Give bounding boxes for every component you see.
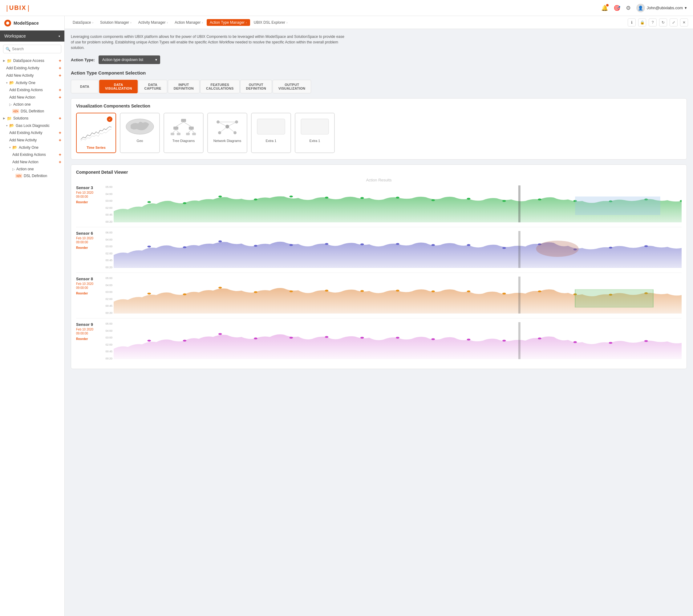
breadcrumb-solution-manager[interactable]: Solution Manager ›: [97, 19, 135, 26]
svg-line-7: [173, 130, 176, 133]
svg-point-79: [147, 340, 151, 342]
action-results-label: Action Results: [76, 178, 681, 182]
time-series-thumbnail: [81, 123, 112, 143]
svg-point-84: [325, 336, 329, 338]
sensor-reorder-6[interactable]: Reorder: [76, 246, 104, 250]
breadcrumb-label: DataSpace: [73, 20, 91, 25]
breadcrumb-action-manager[interactable]: Action Manager ›: [172, 19, 206, 26]
sidebar-item-action-one-2[interactable]: ▷ Action one: [0, 166, 64, 173]
svg-rect-26: [301, 119, 329, 134]
viz-card-time-series[interactable]: ✓ Time Series: [76, 113, 116, 153]
settings-icon[interactable]: ⚙: [626, 5, 631, 12]
add-button[interactable]: +: [59, 138, 61, 143]
viz-card-geo[interactable]: Geo: [120, 113, 160, 153]
sidebar-item-add-existing-actions-1[interactable]: Add Existing Actions +: [0, 86, 64, 94]
sidebar-item-add-new-activity-2[interactable]: Add New Activity +: [0, 136, 64, 144]
add-button[interactable]: +: [59, 95, 61, 100]
sidebar: ModelSpace Workspace ▾ 🔍 ▶ 📁 DataSpace A…: [0, 16, 65, 616]
add-button[interactable]: +: [59, 73, 61, 78]
breadcrumb-activity-manager[interactable]: Activity Manager ›: [135, 19, 171, 26]
item-label: DataSpace Access: [13, 59, 44, 63]
action-icon: ▷: [9, 103, 12, 106]
viz-card-extra1b[interactable]: Extra 1: [295, 113, 335, 153]
tab-input-definition[interactable]: INPUTDEFINITION: [168, 80, 200, 93]
sidebar-item-dataspace-access[interactable]: ▶ 📁 DataSpace Access +: [0, 57, 64, 64]
sidebar-item-action-one-1[interactable]: ▷ Action one: [0, 101, 64, 108]
add-button[interactable]: +: [59, 87, 61, 93]
tab-data-visualization[interactable]: DATAVISUALIZATION: [99, 80, 138, 93]
sidebar-item-dsl-2[interactable]: </> DSL Definition: [0, 173, 64, 179]
user-menu[interactable]: 👤 John@ubixlabs.com ▾: [636, 4, 687, 12]
target-icon[interactable]: 🎯: [614, 5, 620, 12]
top-nav: | UBIX | 🔔 🎯 ⚙ 👤 John@ubixlabs.com ▾: [0, 0, 693, 16]
add-button[interactable]: +: [59, 160, 61, 164]
sidebar-item-activity-one-2[interactable]: ▾ 📂 Activity One: [0, 144, 64, 151]
tab-output-visualization[interactable]: OUTPUTVISUALIZATION: [273, 80, 311, 93]
selected-check: ✓: [107, 116, 113, 122]
add-button[interactable]: +: [59, 116, 61, 121]
dsl-icon: </>: [12, 109, 19, 113]
sidebar-item-add-existing-activity-2[interactable]: Add Existing Activity +: [0, 129, 64, 136]
item-label: Action one: [16, 167, 34, 171]
svg-rect-2: [181, 119, 186, 122]
breadcrumb-dsl-explorer[interactable]: UBIX DSL Explorer ›: [251, 19, 291, 26]
svg-point-33: [360, 197, 364, 199]
sidebar-item-dsl-1[interactable]: </> DSL Definition: [0, 108, 64, 115]
expand-button[interactable]: ⤢: [670, 19, 678, 26]
sidebar-item-add-existing-activity-1[interactable]: Add Existing Activity +: [0, 64, 64, 72]
breadcrumb-nav: DataSpace › Solution Manager › Activity …: [65, 16, 693, 29]
viz-card-network[interactable]: Network Diagrams: [207, 113, 247, 153]
svg-point-35: [431, 199, 435, 201]
sensor-reorder-9[interactable]: Reorder: [76, 337, 104, 341]
sidebar-item-add-new-action-1[interactable]: Add New Action +: [0, 94, 64, 101]
tab-features-calculations[interactable]: FEATURESCALCULATIONS: [200, 80, 240, 93]
sensor-date-6: Feb 10 202009:00:00: [76, 236, 104, 244]
sidebar-item-solutions[interactable]: ▶ 📁 Solutions +: [0, 115, 64, 122]
svg-rect-77: [575, 290, 653, 307]
close-button[interactable]: ✕: [680, 19, 688, 26]
sidebar-item-gas-lock[interactable]: ▾ 📂 Gas Lock Diagnostic: [0, 122, 64, 129]
add-button[interactable]: +: [59, 152, 61, 157]
lock-button[interactable]: 🔒: [638, 19, 646, 26]
sidebar-item-activity-one-1[interactable]: ▾ 📂 Activity One: [0, 79, 64, 86]
breadcrumb-dataspace[interactable]: DataSpace ›: [70, 19, 96, 26]
svg-point-82: [254, 338, 257, 339]
user-avatar: 👤: [636, 4, 645, 12]
add-button[interactable]: +: [59, 58, 61, 63]
item-label: Add Existing Actions: [9, 88, 43, 92]
sensor-info-6: Sensor 6 Feb 10 202009:00:00 Reorder: [76, 231, 104, 269]
svg-point-32: [325, 197, 329, 199]
svg-point-52: [396, 243, 399, 245]
svg-point-34: [396, 197, 399, 199]
search-input[interactable]: [3, 45, 61, 53]
svg-line-8: [176, 130, 179, 133]
tab-data[interactable]: DATA: [71, 80, 99, 93]
sensor-reorder-3[interactable]: Reorder: [76, 200, 104, 204]
tab-data-capture[interactable]: DATACAPTURE: [138, 80, 167, 93]
breadcrumb-label: Action Type Manager: [210, 20, 244, 25]
refresh-button[interactable]: ↻: [659, 19, 667, 26]
item-label: Add New Action: [9, 95, 35, 99]
svg-rect-43: [518, 185, 520, 222]
viz-card-extra1[interactable]: Extra 1: [251, 113, 291, 153]
sidebar-item-add-existing-actions-2[interactable]: Add Existing Actions +: [0, 151, 64, 158]
bell-icon[interactable]: 🔔: [601, 5, 608, 12]
help-button[interactable]: ?: [649, 19, 657, 26]
svg-line-4: [183, 122, 191, 126]
breadcrumb-action-type-manager[interactable]: Action Type Manager ›: [207, 19, 250, 26]
info-button[interactable]: ℹ: [628, 19, 636, 26]
sidebar-item-add-new-activity-1[interactable]: Add New Activity +: [0, 72, 64, 79]
svg-point-37: [502, 200, 506, 202]
sensor-reorder-8[interactable]: Reorder: [76, 292, 104, 295]
action-type-dropdown[interactable]: Action type dropdown list: [99, 56, 160, 64]
svg-point-46: [183, 246, 187, 248]
add-button[interactable]: +: [59, 66, 61, 71]
add-button[interactable]: +: [59, 130, 61, 135]
chart-canvas-3: [114, 185, 681, 223]
viz-card-tree[interactable]: Tree Diagrams: [163, 113, 203, 153]
svg-rect-6: [189, 126, 194, 130]
workspace-bar[interactable]: Workspace ▾: [0, 31, 64, 42]
item-label: Activity One: [16, 81, 35, 85]
sidebar-item-add-new-action-2[interactable]: Add New Action +: [0, 158, 64, 166]
tab-output-definition[interactable]: OUTPUTDEFINITION: [240, 80, 272, 93]
